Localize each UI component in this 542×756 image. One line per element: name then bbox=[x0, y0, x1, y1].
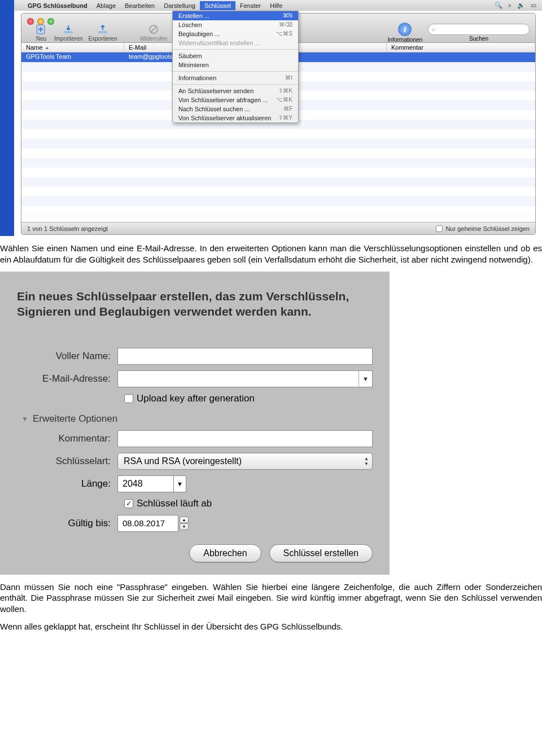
toolbar-new-label: Neu bbox=[36, 36, 46, 42]
valid-until-value: 08.08.2017 bbox=[123, 518, 165, 528]
toolbar-import-label: Importieren bbox=[54, 36, 83, 42]
mac-menubar: GPG Schlüsselbund Ablage Bearbeiten Dars… bbox=[14, 0, 542, 11]
menu-item[interactable]: Informationen⌘I bbox=[173, 73, 298, 82]
menu-separator bbox=[173, 49, 298, 50]
cancel-button-label: Abbrechen bbox=[203, 548, 247, 558]
label-comment: Kommentar: bbox=[17, 433, 117, 444]
menu-item-shortcut: ⇧⌘Y bbox=[278, 115, 292, 121]
input-comment[interactable] bbox=[117, 430, 373, 447]
paragraph-1: Wählen Sie einen Namen und eine E-Mail-A… bbox=[0, 243, 542, 265]
create-key-button-label: Schlüssel erstellen bbox=[283, 548, 359, 558]
toolbar-revoke-button[interactable]: Widerrufen bbox=[140, 24, 168, 42]
length-value: 2048 bbox=[123, 479, 143, 489]
toolbar-export-button[interactable]: Exportieren bbox=[89, 24, 117, 42]
menu-item[interactable]: Säubern bbox=[173, 51, 298, 60]
menu-edit[interactable]: Bearbeiten bbox=[120, 1, 159, 10]
menu-item[interactable]: Nach Schlüssel suchen ...⌘F bbox=[173, 104, 298, 113]
volume-icon[interactable]: 🔈 bbox=[517, 2, 525, 9]
menu-item-label: Säubern bbox=[178, 53, 202, 59]
row-full-name: Voller Name: bbox=[17, 348, 373, 365]
menu-item-label: Löschen bbox=[178, 21, 202, 28]
sort-indicator-icon: ▲ bbox=[45, 45, 49, 50]
menu-key[interactable]: Schlüssel bbox=[200, 1, 235, 10]
date-stepper[interactable]: ▲▼ bbox=[180, 515, 189, 532]
menu-item: Widerrufszertifikat erstellen ... bbox=[173, 38, 298, 47]
toolbar-revoke-label: Widerrufen bbox=[140, 36, 168, 42]
menu-item[interactable]: Löschen⌘⌫ bbox=[173, 20, 298, 29]
zoom-icon[interactable] bbox=[47, 18, 54, 25]
cancel-button[interactable]: Abbrechen bbox=[189, 544, 261, 562]
input-full-name[interactable] bbox=[117, 348, 373, 365]
menu-separator bbox=[173, 71, 298, 72]
column-email-label: E-Mail bbox=[129, 44, 146, 51]
select-keytype[interactable]: RSA und RSA (voreingestellt) ▲▼ bbox=[117, 453, 373, 470]
search-icon: ⌕ bbox=[432, 26, 435, 32]
search-input[interactable]: ⌕ bbox=[428, 24, 530, 35]
cell-name: GPGTools Team bbox=[21, 53, 124, 62]
column-comment[interactable]: Kommentar bbox=[387, 43, 535, 52]
row-valid-until: Gültig bis: 08.08.2017 ▲▼ bbox=[17, 515, 373, 532]
menu-item-label: Von Schlüsselserver aktualisieren bbox=[178, 115, 271, 121]
battery-icon[interactable]: ▭ bbox=[531, 2, 536, 9]
paragraph-1-lead: Wählen Sie einen Namen und eine E-Mail-A… bbox=[0, 243, 197, 253]
key-expires-checkbox[interactable]: ✓ bbox=[124, 499, 133, 508]
label-keytype: Schlüsselart: bbox=[17, 456, 117, 467]
input-email[interactable]: ▼ bbox=[117, 370, 373, 387]
svg-line-6 bbox=[151, 27, 156, 32]
svg-rect-3 bbox=[64, 31, 73, 33]
toolbar-info-button[interactable]: i Informationen bbox=[388, 23, 422, 43]
input-valid-until[interactable]: 08.08.2017 bbox=[117, 515, 178, 532]
menu-view[interactable]: Darstellung bbox=[159, 1, 200, 10]
keytype-value: RSA und RSA (voreingestellt) bbox=[124, 456, 242, 466]
menu-help[interactable]: Hilfe bbox=[265, 1, 287, 10]
column-name[interactable]: Name▲ bbox=[21, 43, 124, 52]
row-keytype: Schlüsselart: RSA und RSA (voreingestell… bbox=[17, 453, 373, 470]
row-email: E-Mail-Adresse: ▼ bbox=[17, 370, 373, 387]
disclosure-triangle-icon: ▼ bbox=[21, 415, 28, 423]
upload-key-checkbox[interactable] bbox=[124, 394, 133, 403]
menu-item-shortcut: ⌘I bbox=[285, 75, 292, 81]
menubar-app-name[interactable]: GPG Schlüsselbund bbox=[23, 1, 92, 10]
menu-item[interactable]: An Schlüsselserver senden⇧⌘K bbox=[173, 86, 298, 95]
menu-item[interactable]: Von Schlüsselserver abfragen ...⌥⌘K bbox=[173, 95, 298, 104]
menu-item-label: An Schlüsselserver senden bbox=[178, 88, 253, 94]
toolbar-info-label: Informationen bbox=[388, 37, 422, 43]
toolbar-import-button[interactable]: Importieren bbox=[54, 24, 83, 42]
menu-item-shortcut: ⌘N bbox=[283, 12, 292, 19]
close-icon[interactable] bbox=[27, 18, 34, 25]
info-icon: i bbox=[398, 23, 412, 36]
row-comment: Kommentar: bbox=[17, 430, 373, 447]
key-expires-label: Schlüssel läuft ab bbox=[137, 498, 212, 509]
create-key-button[interactable]: Schlüssel erstellen bbox=[269, 544, 373, 562]
input-length[interactable]: 2048 bbox=[117, 475, 174, 492]
toolbar-new-button[interactable]: Neu bbox=[34, 24, 49, 42]
menu-item-shortcut: ⌥⌘K bbox=[276, 97, 292, 103]
length-dropdown-arrow-icon[interactable]: ▼ bbox=[174, 475, 186, 492]
advanced-options-disclosure[interactable]: ▼ Erweiterte Optionen bbox=[21, 413, 373, 425]
status-bar: 1 von 1 Schlüsseln angezeigt Nur geheime… bbox=[21, 222, 535, 234]
menu-item-shortcut: ⌘F bbox=[283, 106, 292, 112]
bluetooth-icon[interactable]: ᚛ bbox=[508, 2, 512, 9]
menu-file[interactable]: Ablage bbox=[92, 1, 120, 10]
chevron-down-icon: ▼ bbox=[180, 523, 189, 530]
spotlight-icon[interactable]: 🔍 bbox=[495, 2, 502, 9]
secret-only-label: Nur geheime Schlüssel zeigen bbox=[445, 225, 530, 232]
secret-only-checkbox[interactable] bbox=[436, 225, 443, 232]
toolbar-search-label: Suchen bbox=[469, 36, 488, 42]
email-dropdown-arrow-icon[interactable]: ▼ bbox=[359, 371, 372, 387]
label-full-name: Voller Name: bbox=[17, 351, 117, 362]
menu-item[interactable]: Minimieren bbox=[173, 60, 298, 69]
toolbar-export-label: Exportieren bbox=[89, 36, 117, 42]
key-menu-dropdown: Erstellen ...⌘NLöschen⌘⌫Beglaubigen ...⌥… bbox=[172, 11, 299, 123]
minimize-icon[interactable] bbox=[37, 18, 44, 25]
menu-item[interactable]: Beglaubigen ...⌥⌘S bbox=[173, 29, 298, 38]
menu-item[interactable]: Von Schlüsselserver aktualisieren⇧⌘Y bbox=[173, 113, 298, 123]
menu-item-label: Von Schlüsselserver abfragen ... bbox=[178, 97, 268, 103]
dialog-title: Ein neues Schlüsselpaar erstellen, das z… bbox=[17, 289, 373, 320]
select-stepper-icon: ▲▼ bbox=[364, 456, 369, 466]
desktop-edge bbox=[0, 0, 14, 236]
upload-key-label: Upload key after generation bbox=[137, 393, 255, 404]
menu-window[interactable]: Fenster bbox=[235, 1, 265, 10]
menu-item[interactable]: Erstellen ...⌘N bbox=[173, 11, 298, 20]
apple-icon[interactable] bbox=[16, 5, 23, 7]
